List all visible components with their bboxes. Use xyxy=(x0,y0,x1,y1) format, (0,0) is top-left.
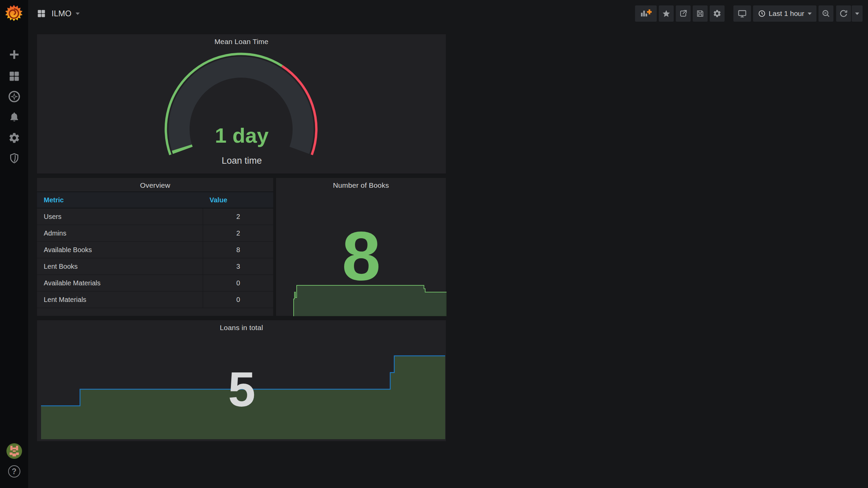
value-cell: 3 xyxy=(203,258,273,275)
time-picker[interactable]: Last 1 hour xyxy=(753,5,816,22)
value-cell: 2 xyxy=(203,208,273,225)
metric-cell: Available Materials xyxy=(44,275,101,291)
share-icon xyxy=(679,9,688,18)
sidebar-item-server-admin[interactable] xyxy=(0,148,28,168)
sparkline-chart xyxy=(276,178,447,317)
navbar: ILMO Last 1 hour xyxy=(28,0,868,27)
breadcrumb[interactable]: ILMO xyxy=(37,0,80,27)
sidebar-item-create[interactable] xyxy=(0,44,28,65)
value-cell: 2 xyxy=(203,225,273,242)
value-cell: 0 xyxy=(203,275,273,291)
metric-cell: Lent Books xyxy=(44,258,78,274)
save-button[interactable] xyxy=(693,5,708,22)
monitor-icon xyxy=(737,9,747,18)
dashboards-icon xyxy=(8,70,20,82)
cycle-view-button[interactable] xyxy=(733,5,751,22)
table-header: Metric Value xyxy=(37,191,273,208)
panel-loans-in-total[interactable]: Loans in total 5 xyxy=(37,320,446,442)
metric-cell: Available Books xyxy=(44,242,92,258)
shield-icon xyxy=(8,152,20,164)
panel-number-of-books[interactable]: Number of Books 8 xyxy=(276,178,446,316)
refresh-interval-dropdown[interactable] xyxy=(852,5,863,22)
add-panel-icon xyxy=(640,8,652,19)
table-body: Users2Admins2Available Books8Lent Books3… xyxy=(37,208,273,308)
refresh-icon xyxy=(839,9,848,18)
gauge-value: 1 day xyxy=(37,123,447,147)
user-avatar xyxy=(6,443,22,459)
sidebar-item-alerting[interactable] xyxy=(0,107,28,127)
plus-icon xyxy=(8,49,20,60)
metric-cell: Lent Materials xyxy=(44,291,86,308)
sidebar-item-dashboards[interactable] xyxy=(0,66,28,86)
sidebar-item-configuration[interactable] xyxy=(0,128,28,148)
time-range-label: Last 1 hour xyxy=(769,9,804,18)
grafana-logo[interactable] xyxy=(5,5,23,22)
table-row: Admins2 xyxy=(37,225,273,242)
metric-cell: Admins xyxy=(44,225,66,241)
help-icon: ? xyxy=(8,465,20,477)
zoom-out-icon xyxy=(822,9,830,18)
sidebar: ? xyxy=(0,0,28,488)
clock-icon xyxy=(758,9,766,18)
column-header-value[interactable]: Value xyxy=(210,192,227,208)
dashboard-settings-button[interactable] xyxy=(710,5,725,22)
star-button[interactable] xyxy=(659,5,674,22)
sidebar-item-help[interactable]: ? xyxy=(0,461,28,482)
save-icon xyxy=(696,9,705,18)
refresh-button[interactable] xyxy=(836,5,851,22)
stat-value: 5 xyxy=(37,364,447,415)
dashboard-grid-icon xyxy=(37,9,46,18)
gauge-chart xyxy=(37,34,447,174)
panel-mean-loan-time[interactable]: Mean Loan Time 1 day Loan time xyxy=(37,34,446,174)
sidebar-item-profile[interactable] xyxy=(0,441,28,461)
gear-icon xyxy=(8,132,20,144)
table-row: Users2 xyxy=(37,208,273,225)
panel-overview[interactable]: Overview Metric Value Users2Admins2Avail… xyxy=(37,178,274,316)
share-button[interactable] xyxy=(676,5,691,22)
star-icon xyxy=(662,9,671,18)
compass-icon xyxy=(8,90,20,103)
chevron-down-icon xyxy=(855,13,859,15)
table-row: Lent Materials0 xyxy=(37,291,273,308)
value-cell: 0 xyxy=(203,291,273,308)
chevron-down-icon xyxy=(76,13,80,15)
panel-title[interactable]: Overview xyxy=(37,181,273,189)
add-panel-button[interactable] xyxy=(635,5,657,22)
value-cell: 8 xyxy=(203,242,273,258)
zoom-out-button[interactable] xyxy=(818,5,833,22)
bell-icon xyxy=(8,111,20,123)
chevron-down-icon xyxy=(808,13,812,15)
column-header-metric[interactable]: Metric xyxy=(44,192,64,208)
gauge-label: Loan time xyxy=(37,156,447,166)
table-row: Lent Books3 xyxy=(37,258,273,275)
table-row: Available Materials0 xyxy=(37,275,273,291)
dashboard-title: ILMO xyxy=(52,9,72,18)
table-row: Available Books8 xyxy=(37,242,273,258)
gear-icon xyxy=(713,9,722,18)
sidebar-item-explore[interactable] xyxy=(0,86,28,107)
metric-cell: Users xyxy=(44,208,61,225)
